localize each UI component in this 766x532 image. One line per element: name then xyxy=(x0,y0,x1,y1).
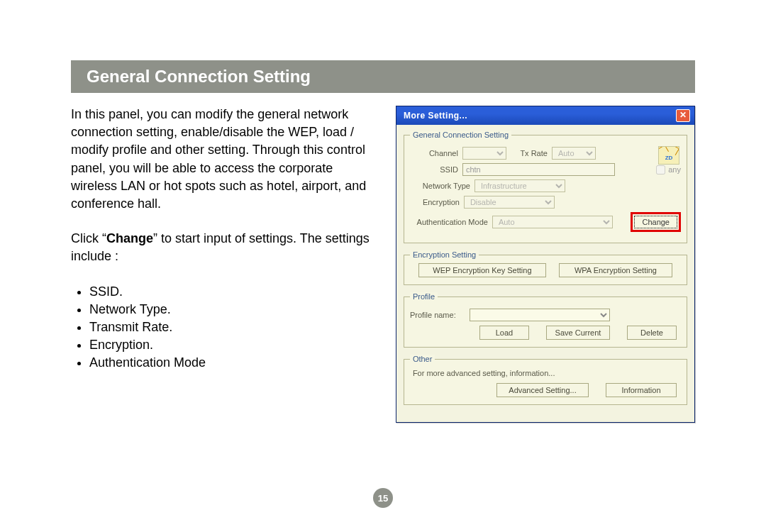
encryption-label: Encryption xyxy=(410,198,460,206)
other-note: For more advanced setting, information..… xyxy=(413,369,681,377)
profile-group: Profile Profile name: Load Save Current … xyxy=(404,292,687,348)
encryption-select[interactable]: Disable xyxy=(464,196,555,209)
txrate-select[interactable]: Auto xyxy=(552,147,596,160)
any-checkbox[interactable] xyxy=(656,165,665,174)
zd-logo-icon: ZD xyxy=(658,146,679,165)
auth-mode-select[interactable]: Auto xyxy=(492,216,613,228)
change-button[interactable]: Change xyxy=(634,216,677,228)
information-button[interactable]: Information xyxy=(606,383,677,397)
txrate-label: Tx Rate xyxy=(511,149,548,157)
dialog-title-bar[interactable]: More Setting... ✕ xyxy=(396,106,694,125)
delete-button[interactable]: Delete xyxy=(627,326,677,340)
change-highlight: Change xyxy=(631,212,681,232)
page-number-badge: 15 xyxy=(373,488,393,508)
profile-name-select[interactable] xyxy=(470,309,610,321)
page-title: General Connection Setting xyxy=(71,60,695,93)
bullet-auth-mode: Authentication Mode xyxy=(89,354,374,372)
general-group: General Connection Setting ZD Channel Tx… xyxy=(404,131,687,243)
any-label: any xyxy=(668,165,681,174)
profile-name-label: Profile name: xyxy=(410,311,465,319)
load-button[interactable]: Load xyxy=(479,326,529,340)
other-group: Other For more advanced setting, informa… xyxy=(404,355,687,405)
ssid-label: SSID xyxy=(410,165,458,174)
encryption-legend: Encryption Setting xyxy=(410,250,479,259)
general-legend: General Connection Setting xyxy=(410,131,511,139)
profile-legend: Profile xyxy=(410,292,438,301)
content-row: In this panel, you can modify the genera… xyxy=(71,106,695,423)
network-type-select[interactable]: Infrastructure xyxy=(474,179,565,192)
channel-select[interactable] xyxy=(462,147,506,160)
click-change-bold: Change xyxy=(106,231,153,245)
document-page: General Connection Setting In this panel… xyxy=(0,0,766,532)
bullet-encryption: Encryption. xyxy=(89,336,374,354)
body-text: In this panel, you can modify the genera… xyxy=(71,106,374,384)
close-icon: ✕ xyxy=(679,110,687,120)
ssid-input[interactable] xyxy=(462,163,615,176)
dialog-close-button[interactable]: ✕ xyxy=(676,109,690,122)
dialog-body: General Connection Setting ZD Channel Tx… xyxy=(396,125,694,422)
auth-mode-label: Authentication Mode xyxy=(410,218,488,226)
wpa-button[interactable]: WPA Encryption Setting xyxy=(559,263,672,277)
channel-label: Channel xyxy=(410,149,458,157)
bullet-network-type: Network Type. xyxy=(89,301,374,318)
click-change-text: Click “Change” to start input of setting… xyxy=(71,230,374,265)
bullet-ssid: SSID. xyxy=(89,283,374,301)
nettype-label: Network Type xyxy=(410,182,470,190)
more-setting-dialog: More Setting... ✕ General Connection Set… xyxy=(396,106,695,423)
click-change-pre: Click “ xyxy=(71,231,106,245)
wep-key-button[interactable]: WEP Encryption Key Setting xyxy=(418,263,546,277)
encryption-group: Encryption Setting WEP Encryption Key Se… xyxy=(404,250,687,285)
dialog-title-text: More Setting... xyxy=(404,111,467,121)
save-current-button[interactable]: Save Current xyxy=(546,326,610,340)
advanced-setting-button[interactable]: Advanced Setting... xyxy=(496,383,589,397)
other-legend: Other xyxy=(410,355,435,363)
intro-text: In this panel, you can modify the genera… xyxy=(71,106,374,213)
bullet-transmit-rate: Transmit Rate. xyxy=(89,318,374,336)
settings-bullets: SSID. Network Type. Transmit Rate. Encry… xyxy=(71,283,374,372)
